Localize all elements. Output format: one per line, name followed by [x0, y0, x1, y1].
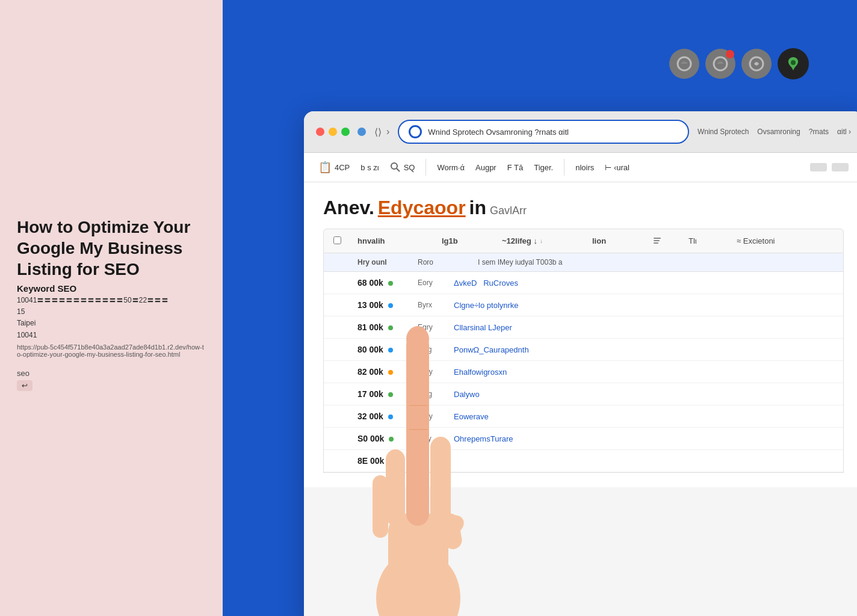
- toolbar-label-7: nloirs: [575, 163, 594, 172]
- nav-icon: ⟨⟩: [374, 126, 382, 138]
- svg-point-18: [373, 475, 388, 492]
- icon-3[interactable]: [741, 49, 772, 79]
- toolbar-item-7[interactable]: nloirs: [575, 163, 594, 172]
- toolbar-label-8: ⊢ ‹ural: [605, 163, 630, 172]
- bookmark-1[interactable]: Wnind Sprotech: [698, 128, 749, 136]
- subh-col2: Roro: [418, 258, 466, 266]
- bookmark-4[interactable]: αitl ›: [837, 128, 851, 136]
- toolbar-item-0[interactable]: 📋 4CP: [318, 161, 350, 174]
- page-title-suffix: in: [469, 197, 486, 219]
- svg-point-16: [386, 449, 405, 470]
- tl-green[interactable]: [341, 128, 350, 136]
- subh-col1: Hry ounI: [357, 258, 406, 266]
- filter-arrow: ↓: [540, 238, 543, 244]
- page-title-area: Anev. Edycaoor in GavlArr: [323, 197, 844, 219]
- toolbar-sep-1: [425, 159, 426, 176]
- svg-rect-6: [654, 238, 661, 239]
- toolbar-label-2: SQ: [404, 163, 415, 172]
- sidebar: How to Optimize Your Google My Business …: [0, 0, 223, 616]
- bookmark-2[interactable]: Ovsamroning: [757, 128, 800, 136]
- omnibox-icon: [409, 125, 422, 138]
- sq-icon: [390, 162, 401, 173]
- page-subtitle: GavlArr: [490, 205, 527, 217]
- toolbar-toggle-2: [832, 163, 849, 171]
- sidebar-title: How to Optimize Your Google My Business …: [17, 217, 206, 280]
- svg-point-4: [391, 163, 397, 169]
- svg-point-12: [406, 326, 429, 353]
- bookmark-3[interactable]: ?rnats: [809, 128, 829, 136]
- omnibox-text[interactable]: Wnind Sprotech Ovsamroning ?rnats αitl: [428, 128, 678, 137]
- toolbar-right: [810, 163, 849, 171]
- toolbar-label-3: Worm·ά: [437, 163, 465, 172]
- toolbar-item-8[interactable]: ⊢ ‹ural: [605, 163, 630, 172]
- toolbar-item-1[interactable]: b s zι: [360, 163, 379, 172]
- svg-point-3: [791, 60, 796, 65]
- toolbar-label-1: b s zι: [360, 163, 379, 172]
- nav-forward-icon[interactable]: ›: [386, 126, 389, 137]
- svg-line-5: [397, 168, 400, 171]
- tl-blue[interactable]: [357, 128, 366, 136]
- svg-rect-7: [654, 240, 660, 241]
- toolbar-item-4[interactable]: Augpr: [475, 163, 497, 172]
- th-col5: [652, 235, 676, 247]
- page-title-prefix: Anev.: [323, 197, 374, 219]
- browser-bookmarks: Wnind Sprotech Ovsamroning ?rnats αitl ›: [698, 128, 851, 136]
- toolbar-item-3[interactable]: Worm·ά: [437, 163, 465, 172]
- subh-col3: I sem IMey iudyal T003b a: [478, 258, 834, 266]
- toolbar-item-2[interactable]: SQ: [390, 162, 415, 173]
- toolbar-item-5[interactable]: F Tā: [507, 163, 524, 172]
- hand-overlay: [334, 285, 503, 616]
- page-title-highlight: Edycaoor: [378, 197, 466, 219]
- browser-window: ⟨⟩ › Wnind Sprotech Ovsamroning ?rnats α…: [304, 111, 857, 616]
- svg-rect-8: [654, 242, 658, 244]
- tl-yellow[interactable]: [329, 128, 337, 136]
- toolbar-sep-2: [564, 159, 565, 176]
- toolbar-item-6[interactable]: Tiger.: [534, 163, 553, 172]
- icon-2[interactable]: [705, 49, 735, 79]
- browser-nav: ⟨⟩ ›: [374, 126, 389, 138]
- red-dot-indicator: [726, 50, 734, 58]
- tl-red[interactable]: [316, 128, 324, 136]
- toolbar-label-4: Augpr: [475, 163, 497, 172]
- th-col2[interactable]: lg1b: [442, 236, 490, 245]
- th-col7[interactable]: ≈ Excietoni: [737, 236, 834, 245]
- sidebar-meta-line4: 10041: [17, 330, 206, 341]
- sidebar-meta-line1: 10041〓〓〓〓〓〓〓〓〓〓〓〓50〓22〓〓〓: [17, 295, 206, 306]
- table-subheader: Hry ounI Roro I sem IMey iudyal T003b a: [323, 253, 844, 272]
- icon-1[interactable]: [669, 49, 699, 79]
- th-col3[interactable]: ~12lifeg ↓ ↓: [502, 236, 580, 245]
- sidebar-meta-line3: Taipei: [17, 318, 206, 329]
- table-select-all[interactable]: [333, 236, 341, 244]
- sidebar-tag-icon: ↩: [17, 380, 32, 391]
- sidebar-tag-label: seo: [17, 369, 206, 378]
- sidebar-meta-line2: 15: [17, 306, 206, 318]
- sidebar-keyword: Keyword SEO: [17, 283, 206, 294]
- svg-point-14: [430, 437, 451, 458]
- toolbar-label-5: F Tā: [507, 163, 524, 172]
- toolbar-label-6: Tiger.: [534, 163, 553, 172]
- th-col6[interactable]: Tlι: [688, 236, 725, 245]
- traffic-lights: [316, 128, 366, 136]
- th-check: [333, 236, 345, 246]
- icon-4[interactable]: [778, 48, 809, 79]
- browser-toolbar: 📋 4CP b s zι SQ Worm·ά Augpr F Tā Tiger.: [304, 153, 857, 182]
- toolbar-toggle: [810, 163, 827, 171]
- main-area: ⟨⟩ › Wnind Sprotech Ovsamroning ?rnats α…: [223, 0, 857, 616]
- browser-omnibox[interactable]: Wnind Sprotech Ovsamroning ?rnats αitl: [398, 120, 689, 144]
- top-bar-icons: [669, 48, 809, 79]
- sidebar-url[interactable]: https://pub-5c454f571b8e40a3a2aad27ade84…: [17, 343, 206, 358]
- browser-chrome: ⟨⟩ › Wnind Sprotech Ovsamroning ?rnats α…: [304, 111, 857, 153]
- th-col4[interactable]: lion: [592, 236, 640, 245]
- th-col1[interactable]: hnvalih: [357, 236, 430, 245]
- table-header: hnvalih lg1b ~12lifeg ↓ ↓ lion Tlι ≈ Exc…: [323, 229, 844, 253]
- toolbar-label-0: 4CP: [335, 163, 350, 172]
